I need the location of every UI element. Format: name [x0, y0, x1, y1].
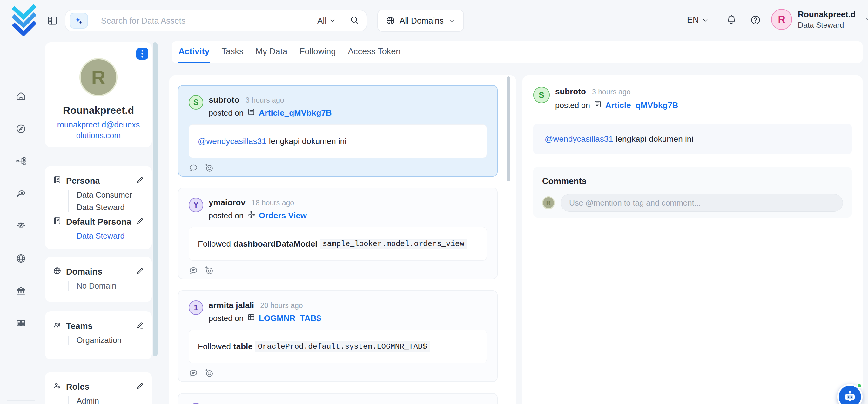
app-logo-icon[interactable] [11, 4, 36, 37]
notifications-bell-icon[interactable] [726, 14, 737, 27]
avatar[interactable]: 1 [189, 300, 203, 315]
posted-on-label: posted on [209, 211, 244, 220]
tab-activity[interactable]: Activity [179, 41, 210, 63]
persona-item[interactable]: Data Consumer [76, 191, 144, 200]
profile-name: Rounakpreet.d [45, 105, 152, 116]
activity-feed: S subroto 3 hours ago posted on Article_… [169, 75, 516, 404]
search-icon[interactable] [349, 15, 360, 26]
chevron-down-icon [865, 15, 868, 24]
persona-section-title: Persona [66, 176, 100, 186]
explore-compass-icon[interactable] [16, 123, 26, 134]
entity-link[interactable]: Article_qMVbkg7B [259, 108, 332, 118]
roles-section-title: Roles [66, 382, 90, 392]
default-persona-icon [53, 217, 62, 228]
language-selector[interactable]: EN [687, 15, 709, 25]
observability-icon[interactable] [16, 188, 26, 199]
persona-item[interactable]: Data Steward [76, 203, 144, 212]
feed-message: @wendycasillas31 lengkapi dokumen ini [189, 124, 487, 158]
insights-bulb-icon[interactable] [16, 221, 26, 231]
tab-tasks[interactable]: Tasks [222, 41, 244, 63]
domains-card: Domains No Domain [45, 257, 152, 302]
tab-following[interactable]: Following [300, 41, 336, 63]
search-divider [93, 14, 93, 27]
add-reaction-icon[interactable] [205, 368, 214, 378]
mention-link[interactable]: @wendycasillas31 [545, 134, 613, 144]
profile-avatar: R [80, 58, 118, 96]
avatar[interactable]: S [533, 87, 550, 103]
robot-icon [843, 389, 857, 404]
bot-status-dot [857, 383, 862, 388]
feed-message-prefix: Followed [198, 239, 231, 249]
profile-email-link[interactable]: rounakpreet.d@deuexsolutions.com [45, 119, 152, 141]
tab-access-token[interactable]: Access Token [348, 41, 401, 63]
feed-user-name[interactable]: ymaiorov [209, 198, 246, 207]
feed-message-code: sample_looker.model.orders_view [320, 239, 467, 249]
feed-card-ymaiorov[interactable]: Y ymaiorov 18 hours ago posted on [178, 187, 498, 280]
edit-roles-icon[interactable] [136, 382, 144, 392]
roles-item[interactable]: Admin [76, 396, 144, 404]
rail-divider [7, 400, 35, 401]
entity-link[interactable]: LOGMNR_TAB$ [259, 313, 321, 323]
entity-link[interactable]: Orders View [259, 211, 307, 221]
default-persona-value[interactable]: Data Steward [76, 231, 144, 241]
all-domains-dropdown[interactable]: All Domains [377, 9, 464, 32]
feed-user-name[interactable]: subroto [209, 95, 240, 105]
all-domains-label: All Domains [400, 16, 444, 26]
domains-card-globe-icon [53, 266, 62, 278]
user-avatar[interactable]: R [771, 9, 792, 30]
feed-scrollbar[interactable] [506, 76, 510, 181]
help-icon[interactable] [750, 15, 761, 27]
sidebar-toggle-icon[interactable] [47, 15, 58, 27]
avatar[interactable]: Y [189, 198, 203, 212]
feed-user-name[interactable]: armita jalali [209, 300, 254, 310]
user-name: Rounakpreet.d [798, 9, 856, 19]
top-navbar: All All Domains EN R [0, 0, 868, 41]
teams-item[interactable]: Organization [76, 336, 144, 345]
comment-input[interactable] [561, 194, 843, 212]
domains-globe-icon[interactable] [16, 253, 26, 264]
search-scope-label: All [317, 16, 327, 26]
feed-card-armita[interactable]: 1 armita jalali 20 hours ago posted on L… [178, 290, 498, 382]
feed-timestamp: 3 hours ago [246, 96, 284, 104]
profile-menu-kebab-button[interactable] [136, 48, 148, 60]
detail-message: @wendycasillas31 lengkapi dokumen ini [533, 124, 852, 154]
edit-default-persona-icon[interactable] [136, 217, 144, 227]
lineage-flow-icon[interactable] [16, 156, 26, 167]
user-profile-menu[interactable]: R Rounakpreet.d Data Steward [771, 9, 868, 30]
home-icon[interactable] [16, 91, 26, 102]
language-label: EN [687, 15, 699, 25]
reply-comment-icon[interactable] [189, 163, 198, 173]
govern-bank-icon[interactable] [16, 285, 26, 296]
reply-comment-icon[interactable] [189, 368, 198, 378]
edit-domains-icon[interactable] [136, 267, 144, 277]
left-nav-rail [0, 41, 42, 404]
globe-icon [385, 16, 395, 25]
detail-timestamp: 3 hours ago [592, 88, 630, 96]
add-reaction-icon[interactable] [205, 266, 214, 275]
reply-comment-icon[interactable] [189, 266, 198, 275]
add-reaction-icon[interactable] [205, 163, 214, 173]
ai-sparkle-icon[interactable] [69, 13, 88, 29]
feed-card-subroto[interactable]: S subroto 3 hours ago posted on Article_… [178, 85, 498, 177]
edit-teams-icon[interactable] [136, 321, 144, 331]
data-model-icon [247, 210, 255, 221]
mention-link[interactable]: @wendycasillas31 [198, 136, 267, 146]
roles-card: Roles Admin [45, 372, 152, 404]
profile-column-scrollbar[interactable] [153, 42, 158, 356]
search-input[interactable] [101, 16, 317, 26]
teams-card: Teams Organization [45, 311, 152, 359]
avatar[interactable]: S [189, 95, 203, 110]
entity-link[interactable]: Article_qMVbkg7B [606, 100, 678, 110]
persona-card-icon [53, 175, 62, 186]
feed-message-text: lengkapi dokumen ini [269, 136, 346, 146]
search-scope-dropdown[interactable]: All [317, 16, 336, 26]
edit-persona-icon[interactable] [136, 176, 144, 186]
feed-card-partial[interactable]: 1 armita jalali [178, 393, 498, 404]
comment-avatar: R [542, 197, 555, 209]
detail-user-name[interactable]: subroto [555, 87, 586, 96]
glossary-book-icon[interactable] [16, 318, 26, 329]
feed-message-bold: table [234, 342, 253, 351]
tab-my-data[interactable]: My Data [256, 41, 288, 63]
posted-on-label: posted on [555, 101, 590, 110]
chevron-down-icon [448, 17, 456, 25]
